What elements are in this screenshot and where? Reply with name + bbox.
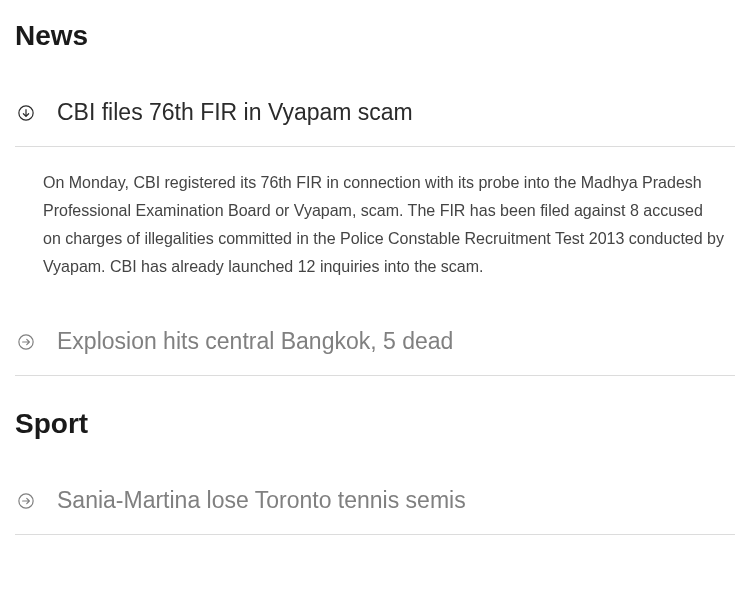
sport-section-title: Sport: [15, 408, 735, 440]
accordion-item: CBI files 76th FIR in Vyapam scam: [15, 80, 735, 147]
accordion-content: On Monday, CBI registered its 76th FIR i…: [15, 147, 735, 309]
arrow-right-circle-icon: [17, 492, 35, 510]
news-section: News CBI files 76th FIR in Vyapam scam O…: [15, 20, 735, 376]
accordion-title: Sania-Martina lose Toronto tennis semis: [57, 486, 466, 516]
accordion-header-sania-martina[interactable]: Sania-Martina lose Toronto tennis semis: [15, 468, 735, 534]
accordion-header-cbi-vyapam[interactable]: CBI files 76th FIR in Vyapam scam: [15, 80, 735, 146]
arrow-right-circle-icon: [17, 333, 35, 351]
sport-section: Sport Sania-Martina lose Toronto tennis …: [15, 408, 735, 535]
arrow-down-circle-icon: [17, 104, 35, 122]
accordion-item: Explosion hits central Bangkok, 5 dead: [15, 309, 735, 376]
accordion-item: Sania-Martina lose Toronto tennis semis: [15, 468, 735, 535]
accordion-header-bangkok-explosion[interactable]: Explosion hits central Bangkok, 5 dead: [15, 309, 735, 375]
accordion-title: Explosion hits central Bangkok, 5 dead: [57, 327, 453, 357]
accordion-title: CBI files 76th FIR in Vyapam scam: [57, 98, 413, 128]
news-section-title: News: [15, 20, 735, 52]
